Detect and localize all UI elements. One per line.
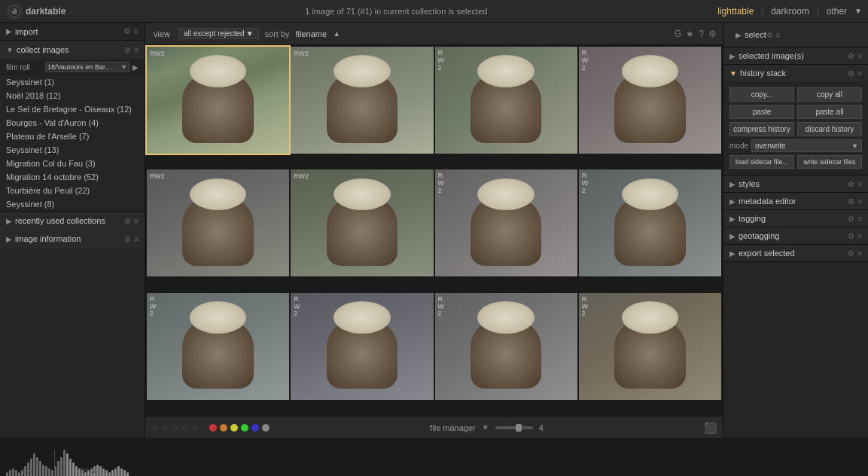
monitor-icon[interactable]: ⬛: [704, 422, 717, 434]
import-gear-icon[interactable]: ⚙: [123, 26, 131, 36]
collection-item[interactable]: Seyssinet (8): [0, 197, 145, 211]
star-3[interactable]: ☆: [171, 423, 179, 433]
nav-darkroom[interactable]: darkroom: [768, 5, 812, 18]
tagging-menu-icon[interactable]: ≡: [857, 215, 862, 223]
color-yellow[interactable]: [230, 424, 238, 432]
compress-history-button[interactable]: compress history: [729, 122, 794, 136]
history-menu-icon[interactable]: ≡: [857, 69, 862, 78]
collect-images-label: collect images: [17, 45, 124, 54]
collection-item[interactable]: Noël 2018 (12): [0, 89, 145, 102]
export-gear-icon[interactable]: ⚙: [848, 249, 854, 258]
geotagging-gear-icon[interactable]: ⚙: [848, 232, 854, 240]
copy-all-button[interactable]: copy all: [797, 87, 862, 102]
collect-images-header[interactable]: ▼ collect images ⚙ ≡: [0, 41, 145, 59]
sort-direction-icon[interactable]: ▲: [333, 29, 340, 38]
app-name: darktable: [26, 6, 65, 17]
select-header[interactable]: ▶ select ⚙ ≡: [729, 26, 787, 43]
collection-item[interactable]: Migration Col du Fau (3): [0, 157, 145, 170]
recently-menu-icon[interactable]: ≡: [134, 217, 139, 225]
film-roll-arrow-icon[interactable]: ▶: [132, 63, 139, 72]
history-stack-header[interactable]: ▼ history stack ⚙ ≡: [723, 65, 868, 81]
star-4[interactable]: ☆: [181, 423, 189, 433]
thumbnail-image-9: [147, 293, 289, 400]
thumbnail-11[interactable]: RW2: [435, 293, 577, 400]
history-gear-icon[interactable]: ⚙: [848, 69, 854, 78]
film-roll-select[interactable]: 18/Vautours en Baronnies ▼: [45, 62, 129, 72]
file-manager-dropdown-icon[interactable]: ▼: [482, 423, 489, 432]
write-sidecar-button[interactable]: write sidecar files: [797, 155, 862, 169]
export-menu-icon[interactable]: ≡: [857, 249, 862, 258]
thumbnail-7[interactable]: RW2: [435, 169, 577, 276]
toolbar-search-icon[interactable]: G: [675, 29, 681, 39]
view-button[interactable]: view: [151, 29, 172, 39]
selected-gear-icon[interactable]: ⚙: [848, 52, 854, 60]
collection-item[interactable]: Tourbière du Peuil (22): [0, 184, 145, 197]
paste-all-button[interactable]: paste all: [797, 105, 862, 119]
collection-item[interactable]: Seyssinet (1): [0, 75, 145, 89]
collection-item[interactable]: Seyssinet (13): [0, 143, 145, 157]
load-sidecar-button[interactable]: load sidecar file...: [729, 155, 794, 169]
film-roll-label: film roll: [6, 63, 42, 72]
right-panel: ▶ select ⚙ ≡ ▶ selected image(s) ⚙ ≡: [723, 23, 868, 438]
discard-history-button[interactable]: discard history: [797, 122, 862, 136]
nav-other-dropdown-icon[interactable]: ▼: [854, 7, 862, 15]
collection-item[interactable]: Migration 14 octobre (52): [0, 170, 145, 184]
metadata-gear-icon[interactable]: ⚙: [848, 197, 854, 206]
zoom-slider[interactable]: [495, 426, 533, 429]
thumbnail-2[interactable]: RW2: [291, 47, 433, 154]
collect-menu-icon[interactable]: ≡: [134, 46, 139, 54]
thumbnail-6[interactable]: RW2: [291, 169, 433, 276]
thumbnail-12[interactable]: RW2: [579, 293, 721, 400]
color-red[interactable]: [209, 424, 217, 432]
recently-used-header[interactable]: ▶ recently used collections ⚙ ≡: [0, 212, 145, 230]
sortby-select[interactable]: filename: [296, 29, 327, 38]
image-info-menu-icon[interactable]: ≡: [134, 235, 139, 243]
thumbnail-8[interactable]: RW2: [579, 169, 721, 276]
nav-other[interactable]: other: [824, 5, 850, 18]
color-gray[interactable]: [262, 424, 270, 432]
collection-item[interactable]: Plateau de l'Arselle (7): [0, 130, 145, 143]
thumbnail-5[interactable]: RW2: [147, 169, 289, 276]
star-2[interactable]: ☆: [161, 423, 169, 433]
star-5[interactable]: ☆: [190, 423, 199, 433]
nav-lighttable[interactable]: lighttable: [714, 5, 757, 18]
styles-menu-icon[interactable]: ≡: [857, 180, 862, 188]
thumbnail-10[interactable]: RW2: [291, 293, 433, 400]
metadata-menu-icon[interactable]: ≡: [857, 197, 862, 206]
thumbnail-4[interactable]: RW2: [579, 47, 721, 154]
select-gear-icon[interactable]: ⚙: [766, 31, 773, 39]
recently-gear-icon[interactable]: ⚙: [124, 217, 131, 225]
paste-button[interactable]: paste: [729, 105, 794, 119]
star-1[interactable]: ☆: [151, 423, 160, 433]
collect-gear-icon[interactable]: ⚙: [124, 46, 131, 54]
mode-select[interactable]: overwrite ▼: [751, 139, 862, 152]
collect-images-section: ▼ collect images ⚙ ≡ film roll 18/Vautou…: [0, 41, 145, 212]
selected-images-header[interactable]: ▶ selected image(s) ⚙ ≡: [723, 47, 868, 64]
film-roll-dropdown-icon: ▼: [120, 63, 127, 71]
toolbar-star-icon[interactable]: ★: [686, 29, 694, 39]
app-logo[interactable]: darktable: [6, 3, 65, 20]
filter-button[interactable]: all except rejected ▼: [178, 28, 259, 39]
styles-gear-icon[interactable]: ⚙: [848, 180, 854, 188]
thumbnail-1[interactable]: RW2: [147, 47, 289, 154]
collection-item[interactable]: Le Sel de Bretagne - Oiseaux (12): [0, 102, 145, 116]
image-info-gear-icon[interactable]: ⚙: [124, 235, 131, 243]
copy-button[interactable]: copy...: [729, 87, 794, 102]
toolbar: view all except rejected ▼ sort by filen…: [145, 23, 723, 45]
select-menu-icon[interactable]: ≡: [776, 31, 781, 39]
thumbnail-3[interactable]: RW2: [435, 47, 577, 154]
image-information-header[interactable]: ▶ image information ⚙ ≡: [0, 230, 145, 248]
collection-list: Seyssinet (1) Noël 2018 (12) Le Sel de B…: [0, 75, 145, 211]
import-menu-icon[interactable]: ≡: [134, 26, 139, 36]
color-blue[interactable]: [251, 424, 259, 432]
color-green[interactable]: [241, 424, 248, 432]
import-header[interactable]: ▶ import ⚙ ≡: [0, 23, 145, 40]
selected-menu-icon[interactable]: ≡: [857, 52, 862, 60]
toolbar-gear-icon[interactable]: ⚙: [708, 29, 717, 39]
geotagging-menu-icon[interactable]: ≡: [857, 232, 862, 240]
tagging-gear-icon[interactable]: ⚙: [848, 215, 854, 223]
toolbar-help-icon[interactable]: ?: [699, 29, 704, 39]
thumbnail-9[interactable]: RW2: [147, 293, 289, 400]
collection-item[interactable]: Bourges - Val d'Auron (4): [0, 116, 145, 130]
color-orange[interactable]: [220, 424, 227, 432]
